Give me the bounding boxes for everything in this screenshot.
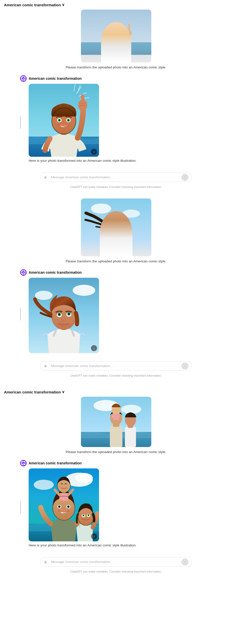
svg-point-43 (73, 285, 95, 296)
ai-logo-icon-3: G (22, 461, 25, 465)
svg-point-33 (122, 210, 140, 218)
conversation-section-2: Please transform the uploaded photo into… (0, 198, 232, 387)
user-message-text-3: Please transform the uploaded photo into… (66, 450, 166, 454)
disclaimer-1: ChatGPT can make mistakes. Consider chec… (70, 185, 162, 188)
conversation-header-1[interactable]: American comic transformation ∨ (0, 0, 232, 10)
svg-point-6 (111, 40, 114, 42)
svg-point-24 (59, 119, 60, 121)
conversation-title-3: American comic transformation (4, 390, 61, 394)
ai-avatar-3: G (20, 460, 27, 466)
svg-point-52 (68, 313, 70, 315)
user-message-1: Please transform the uploaded photo into… (20, 10, 212, 73)
svg-rect-66 (115, 415, 120, 418)
svg-point-7 (118, 40, 121, 42)
ai-logo-icon-2: G (22, 271, 25, 274)
input-placeholder-1: Message American comic transformation... (51, 175, 113, 179)
ai-logo-icon: G (22, 77, 25, 80)
svg-point-38 (118, 225, 121, 228)
svg-point-5 (107, 28, 126, 38)
svg-rect-29 (81, 94, 84, 106)
chevron-down-icon-3: ∨ (62, 390, 65, 394)
send-button-3[interactable]: ↑ (181, 558, 189, 566)
ai-header-2: G American comic transformation (20, 269, 212, 276)
attach-icon-3[interactable]: ⊕ (44, 560, 47, 564)
ai-avatar-2: G (20, 269, 27, 276)
ai-name-3: American comic transformation (29, 461, 82, 465)
svg-point-2 (102, 51, 130, 62)
input-box-2[interactable]: ⊕ Message American comic transformation.… (40, 361, 192, 371)
svg-rect-60 (125, 427, 136, 447)
svg-rect-89 (59, 493, 68, 501)
photo-placeholder-1 (81, 10, 151, 62)
svg-point-39 (119, 225, 121, 227)
uploaded-image-1 (81, 10, 151, 62)
user-message-3: Please transform the uploaded photo into… (20, 397, 212, 458)
send-button-1[interactable]: ↑ (181, 174, 189, 181)
svg-text:G: G (23, 462, 24, 465)
download-button-2[interactable]: ↓ (91, 345, 97, 351)
disclaimer-3: ChatGPT can make mistakes. Consider chec… (70, 570, 162, 573)
ai-comic-image-3: ↓ (29, 468, 99, 541)
svg-rect-3 (113, 47, 119, 55)
ai-message-1: G American comic transformation (20, 75, 212, 167)
ai-avatar-inner-3: G (21, 461, 25, 465)
svg-point-27 (68, 119, 69, 121)
messages-container-3: Please transform the uploaded photo into… (0, 397, 232, 578)
svg-point-4 (107, 31, 126, 53)
svg-line-8 (125, 35, 129, 52)
svg-point-71 (75, 473, 93, 483)
ai-name-1: American comic transformation (29, 76, 82, 80)
input-box-1[interactable]: ⊕ Message American comic transformation.… (40, 173, 192, 182)
attach-icon-1[interactable]: ⊕ (44, 175, 47, 179)
input-placeholder-3: Message American comic transformation... (51, 560, 113, 564)
comic-illustration-2 (29, 278, 99, 353)
svg-point-81 (68, 506, 69, 507)
svg-point-9 (127, 30, 132, 36)
conversation-header-3[interactable]: American comic transformation ∨ (0, 387, 232, 397)
input-area-1: ⊕ Message American comic transformation.… (20, 173, 212, 182)
conversation-title-1: American comic transformation (4, 3, 61, 7)
left-bar-1 (20, 116, 21, 129)
ai-message-2: G American comic transformation (20, 269, 212, 355)
input-area-3: ⊕ Message American comic transformation.… (20, 557, 212, 567)
ai-header-1: G American comic transformation (20, 75, 212, 82)
user-message-2: Please transform the uploaded photo into… (20, 198, 212, 267)
left-bar-2 (20, 308, 21, 320)
ai-comic-image-1: ↓ (29, 84, 99, 157)
conversation-section-3: American comic transformation ∨ (0, 387, 232, 583)
download-button-1[interactable]: ↓ (91, 149, 97, 155)
svg-point-35 (106, 216, 127, 240)
download-button-3[interactable]: ↓ (91, 533, 97, 539)
ai-avatar-inner-1: G (21, 76, 25, 80)
ai-comic-image-2: ↓ (29, 278, 99, 353)
messages-container-1: Please transform the uploaded photo into… (0, 10, 232, 193)
comic-illustration-3 (29, 468, 99, 541)
chevron-down-icon-1: ∨ (62, 3, 65, 7)
ai-message-3: G American comic transformation (20, 460, 212, 551)
uploaded-image-3 (81, 397, 151, 447)
ai-avatar-1: G (20, 75, 27, 82)
photo-placeholder-3 (81, 397, 151, 447)
ai-response-text-1: Here is your photo transformed into an A… (29, 159, 212, 163)
send-button-2[interactable]: ↑ (181, 363, 189, 370)
input-area-2: ⊕ Message American comic transformation.… (20, 361, 212, 371)
svg-point-85 (83, 515, 84, 516)
svg-point-49 (58, 313, 60, 315)
svg-text:G: G (23, 78, 24, 80)
disclaimer-2: ChatGPT can make mistakes. Consider chec… (70, 374, 162, 377)
conversation-section-1: American comic transformation ∨ (0, 0, 232, 198)
svg-point-88 (88, 515, 89, 516)
ai-header-3: G American comic transformation (20, 460, 212, 466)
ai-avatar-inner-2: G (21, 270, 25, 274)
svg-point-44 (35, 291, 53, 300)
left-bar-3 (20, 501, 21, 513)
svg-point-78 (59, 506, 60, 507)
svg-point-37 (112, 226, 114, 228)
attach-icon-2[interactable]: ⊕ (44, 364, 47, 368)
svg-text:G: G (23, 272, 24, 274)
svg-rect-57 (110, 426, 122, 447)
user-message-text-1: Please transform the uploaded photo into… (66, 65, 166, 69)
input-box-3[interactable]: ⊕ Message American comic transformation.… (40, 557, 192, 567)
svg-point-72 (34, 480, 54, 490)
uploaded-image-2 (81, 198, 151, 256)
